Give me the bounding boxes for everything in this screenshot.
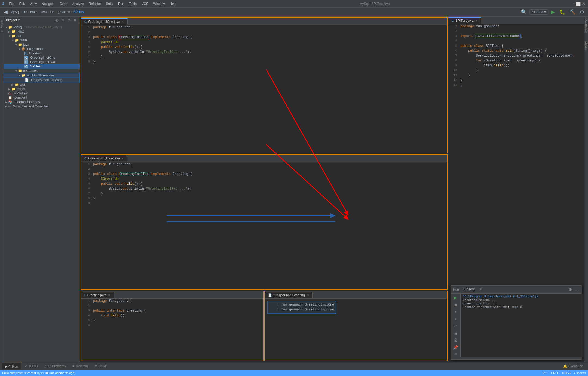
minimize-run-btn[interactable]: — — [574, 287, 580, 292]
close-panel-btn[interactable]: ✕ — [73, 18, 78, 23]
close-tab-btn[interactable]: ✕ — [122, 20, 124, 23]
tab-spitest[interactable]: C SPITest.java ✕ — [448, 17, 481, 24]
close-btn[interactable]: ✕ — [581, 2, 586, 6]
bc-src[interactable]: src — [23, 10, 27, 14]
menu-build[interactable]: Build — [104, 1, 115, 6]
bottom-tab-todo[interactable]: ✓ TODO — [22, 363, 40, 369]
database-vtab[interactable]: Database — [584, 17, 588, 34]
code-editor-greeting[interactable]: 1 package fun.gosuncn; 2 3 public interf… — [81, 299, 263, 361]
bottom-tab-terminal[interactable]: ■ Terminal — [70, 363, 91, 369]
bc-main[interactable]: main — [30, 10, 37, 14]
tree-item-resources[interactable]: ▼ 📁 resources — [4, 69, 80, 73]
tree-item-target[interactable]: ▶ 📁 target — [4, 87, 80, 91]
bc-spitest[interactable]: SPITest — [73, 10, 84, 14]
tree-item-idea[interactable]: ▶ 📁 .idea — [4, 29, 80, 34]
menu-navigate[interactable]: Navigate — [39, 1, 57, 6]
menu-window[interactable]: Window — [151, 1, 167, 6]
menu-view[interactable]: View — [27, 1, 39, 6]
bc-java[interactable]: java — [41, 10, 47, 14]
bottom-tab-problems[interactable]: ⚠ 6: Problems — [42, 363, 69, 369]
project-vertical-tab[interactable]: 1: Project — [0, 18, 4, 35]
maximize-btn[interactable]: ⬜ — [576, 2, 580, 6]
close-tab-btn[interactable]: ✕ — [475, 19, 478, 22]
run-config-selector[interactable]: SPITest ▾ — [529, 9, 548, 15]
minimize-btn[interactable]: — — [571, 2, 575, 6]
pin-btn[interactable]: 📌 — [452, 344, 459, 350]
line-endings[interactable]: CRLF — [551, 371, 559, 375]
code-editor-implone[interactable]: 1 package fun.gosuncn; 2 3 public class … — [81, 25, 447, 153]
tree-item-java[interactable]: ▼ 📁 java — [4, 42, 80, 47]
tree-item-test[interactable]: ▶ 📁 test — [4, 82, 80, 87]
scroll-up-btn[interactable]: ↑ — [454, 309, 457, 315]
menu-help[interactable]: Help — [167, 1, 179, 6]
tab-greeting[interactable]: I Greeting.java ✕ — [81, 292, 114, 298]
tree-item-metainf[interactable]: ▼ 📁 META-INF.services — [4, 73, 80, 78]
close-tab-btn[interactable]: ✕ — [108, 293, 110, 297]
horizontal-scrollbar[interactable] — [451, 357, 582, 359]
maven-vtab[interactable]: Maven — [584, 39, 588, 53]
print-btn[interactable]: 🖨 — [453, 330, 458, 336]
run-tab-spitest[interactable]: SPITest — [461, 287, 477, 292]
tree-item-fungreeting[interactable]: 📄 fun.gosuncn.Greeting — [4, 78, 80, 82]
tree-item-mysql[interactable]: ▼ 📁 MySql C:\Users\Disney\Desktop\MySql — [4, 25, 80, 29]
encoding[interactable]: UTF-8 — [562, 371, 571, 375]
back-btn[interactable]: ◀ — [2, 8, 9, 16]
bottom-tab-build[interactable]: ▼ Build — [91, 363, 109, 369]
menu-analyze[interactable]: Analyze — [70, 1, 86, 6]
tree-item-external-libs[interactable]: ▶ 📚 External Libraries — [4, 100, 80, 104]
tree-item-mysqliml[interactable]: 🗂 MySql.iml — [4, 91, 80, 95]
tree-item-label: .idea — [17, 30, 24, 33]
code-editor-fun-greeting[interactable]: 1 fun.gosuncn.GreetingImplOne 2 fun.gosu… — [265, 299, 447, 361]
bc-gosuncn[interactable]: gosuncn — [58, 10, 70, 14]
stop-run-btn[interactable]: ⏹ — [453, 302, 458, 308]
run-btn[interactable]: ▶ — [549, 8, 556, 16]
line-content: } — [92, 60, 447, 64]
tree-item-greetingimpltwo[interactable]: C GreetingImplTwo — [4, 60, 80, 64]
tab-fun-greeting[interactable]: 📄 fun.gosuncn.Greeting ✕ — [265, 292, 313, 298]
tree-item-greeting[interactable]: I Greeting — [4, 51, 80, 56]
menu-run[interactable]: Run — [116, 1, 126, 6]
close-tab-btn[interactable]: ✕ — [307, 293, 309, 297]
bottom-tab-eventlog[interactable]: 🔔 Event Log — [561, 363, 586, 369]
run-settings-btn[interactable]: ⚙ — [568, 287, 573, 292]
indent-info[interactable]: 4 spaces — [574, 371, 586, 375]
tree-item-scratches[interactable]: ▶ ✏ Scratches and Consoles — [4, 104, 80, 109]
code-editor-impltwo[interactable]: 1 package fun.gosuncn; 2 3 public class … — [81, 162, 447, 290]
tree-item-src[interactable]: ▼ 📁 src — [4, 34, 80, 38]
debug-btn[interactable]: 🐛 — [558, 8, 567, 16]
bottom-tab-run[interactable]: ▶ 4: Run — [2, 363, 21, 369]
clear-btn[interactable]: 🗑 — [453, 337, 458, 343]
menu-refactor[interactable]: Refactor — [87, 1, 103, 6]
run-tab-close[interactable]: ✕ — [478, 287, 485, 292]
line-number: 2 — [81, 30, 92, 35]
code-editor-spitest[interactable]: 1 package fun.gosuncn; 2 3 import java.u… — [448, 24, 584, 283]
bc-mysql[interactable]: MySql — [10, 10, 19, 14]
locate-btn[interactable]: ◎ — [54, 18, 59, 23]
tree-item-package[interactable]: ▼ 📦 fun.gosuncn — [4, 47, 80, 51]
settings-btn[interactable]: ⚙ — [578, 8, 586, 16]
bc-fun[interactable]: fun — [50, 10, 54, 14]
scroll-down-btn[interactable]: ↓ — [454, 316, 457, 322]
tree-item-pomxml[interactable]: 📋 pom.xml — [4, 95, 80, 100]
tab-greetingimplone[interactable]: C GreetingImplOne.java ✕ — [81, 18, 128, 25]
tree-item-spitest[interactable]: C SPITest — [4, 64, 80, 69]
line-content: } — [92, 55, 447, 60]
gear-icon[interactable]: ⚙ — [66, 18, 72, 23]
close-tab-btn[interactable]: ✕ — [121, 157, 124, 160]
menu-vcs[interactable]: VCS — [139, 1, 151, 6]
menu-code[interactable]: Code — [57, 1, 69, 6]
tree-item-greetingimplone[interactable]: C GreetingImplOne — [4, 56, 80, 60]
tab-label: fun.gosuncn.Greeting — [274, 293, 305, 297]
sort-btn[interactable]: ⇅ — [60, 18, 65, 23]
menu-edit[interactable]: Edit — [17, 1, 27, 6]
expand-icon: ▶ — [8, 30, 11, 33]
wrap-btn[interactable]: ⇌ — [453, 323, 458, 329]
tab-greetingimpltwo[interactable]: C GreetingImplTwo.java ✕ — [81, 155, 127, 161]
search-btn[interactable]: 🔍 — [519, 8, 528, 16]
cursor-position[interactable]: 13:1 — [542, 371, 548, 375]
tree-item-main[interactable]: ▼ 📁 main — [4, 38, 80, 42]
menu-file[interactable]: File — [7, 1, 16, 6]
rerun-btn[interactable]: ▶ — [453, 295, 458, 301]
menu-tools[interactable]: Tools — [127, 1, 139, 6]
build-btn[interactable]: 🔨 — [568, 8, 577, 16]
